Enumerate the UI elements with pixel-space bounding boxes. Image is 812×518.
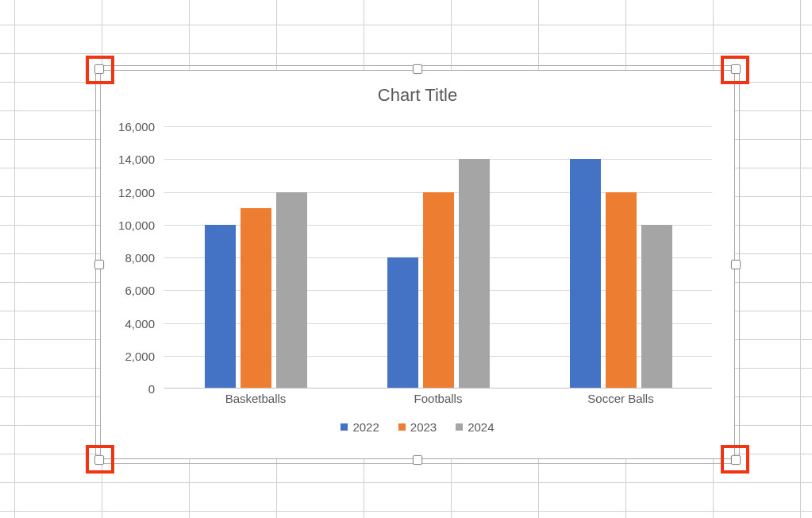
resize-handle-top-middle[interactable] — [413, 64, 422, 74]
legend-label: 2023 — [410, 420, 437, 434]
y-tick-label: 12,000 — [118, 185, 155, 199]
y-tick-label: 16,000 — [118, 120, 155, 133]
y-tick-label: 8,000 — [125, 251, 155, 265]
resize-handle-top-right[interactable] — [731, 64, 741, 74]
y-tick-label: 6,000 — [125, 284, 155, 297]
legend-item-2024[interactable]: 2024 — [456, 420, 494, 434]
chart-frame: Chart Title 02,0004,0006,0008,00010,0001… — [100, 70, 735, 459]
bar-2022-basketballs[interactable] — [205, 225, 236, 388]
chart-object[interactable]: Chart Title 02,0004,0006,0008,00010,0001… — [100, 70, 735, 459]
y-tick-label: 4,000 — [125, 316, 155, 330]
bar-2022-soccer-balls[interactable] — [570, 159, 601, 388]
resize-handle-bottom-left[interactable] — [94, 455, 104, 465]
bars-layer — [164, 126, 712, 388]
legend-swatch-icon — [456, 423, 463, 431]
y-tick-label: 14,000 — [118, 153, 155, 166]
legend[interactable]: 202220232024 — [101, 420, 734, 434]
legend-swatch-icon — [398, 423, 406, 431]
y-tick-label: 0 — [148, 382, 155, 396]
bar-2024-basketballs[interactable] — [276, 192, 307, 389]
bar-2023-basketballs[interactable] — [241, 208, 271, 388]
x-tick-label: Footballs — [414, 392, 463, 405]
resize-handle-right-middle[interactable] — [731, 260, 741, 269]
x-axis-labels: BasketballsFootballsSoccer Balls — [164, 392, 712, 411]
bar-2023-soccer-balls[interactable] — [606, 192, 637, 389]
plot-area[interactable] — [164, 126, 712, 388]
bar-2022-footballs[interactable] — [387, 257, 418, 388]
x-tick-label: Basketballs — [225, 392, 287, 405]
legend-item-2022[interactable]: 2022 — [341, 420, 379, 434]
legend-swatch-icon — [341, 423, 348, 431]
bar-2023-footballs[interactable] — [423, 192, 454, 389]
y-tick-label: 2,000 — [125, 349, 155, 362]
y-tick-label: 10,000 — [118, 218, 155, 231]
bar-2024-footballs[interactable] — [459, 159, 490, 388]
legend-item-2023[interactable]: 2023 — [398, 420, 437, 434]
legend-label: 2022 — [352, 420, 379, 434]
x-axis-line — [164, 388, 712, 388]
resize-handle-bottom-middle[interactable] — [413, 455, 422, 465]
chart-title[interactable]: Chart Title — [101, 85, 734, 106]
resize-handle-bottom-right[interactable] — [731, 455, 741, 465]
y-axis-labels: 02,0004,0006,0008,00010,00012,00014,0001… — [101, 126, 158, 388]
resize-handle-left-middle[interactable] — [94, 260, 104, 269]
x-tick-label: Soccer Balls — [587, 392, 653, 405]
bar-2024-soccer-balls[interactable] — [641, 225, 672, 388]
legend-label: 2024 — [468, 420, 494, 434]
resize-handle-top-left[interactable] — [94, 64, 104, 74]
